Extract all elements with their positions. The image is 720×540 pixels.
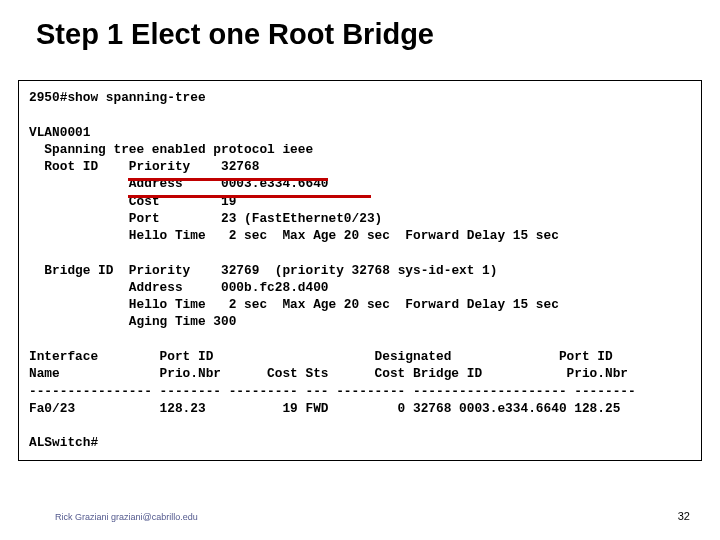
red-underline-icon: [128, 178, 328, 181]
bridge-priority-line: Bridge ID Priority 32769 (priority 32768…: [29, 262, 691, 279]
footer-author: Rick Graziani graziani@cabrillo.edu: [55, 512, 198, 522]
root-priority-line: Root ID Priority 32768: [29, 158, 691, 175]
blank-line: [29, 331, 691, 348]
blank-line: [29, 244, 691, 261]
slide: Step 1 Elect one Root Bridge 2950#show s…: [0, 0, 720, 540]
cli-command: 2950#show spanning-tree: [29, 89, 691, 106]
root-hello-line: Hello Time 2 sec Max Age 20 sec Forward …: [29, 227, 691, 244]
table-separator: ---------------- -------- --------- --- …: [29, 383, 691, 400]
slide-title: Step 1 Elect one Root Bridge: [36, 18, 434, 51]
terminal-output: 2950#show spanning-tree VLAN0001 Spannin…: [18, 80, 702, 461]
sp-line: Spanning tree enabled protocol ieee: [29, 141, 691, 158]
table-header-2: Name Prio.Nbr Cost Sts Cost Bridge ID Pr…: [29, 365, 691, 382]
page-number: 32: [678, 510, 690, 522]
table-header-1: Interface Port ID Designated Port ID: [29, 348, 691, 365]
bridge-hello-line: Hello Time 2 sec Max Age 20 sec Forward …: [29, 296, 691, 313]
blank-line: [29, 106, 691, 123]
blank-line: [29, 417, 691, 434]
bridge-address-line: Address 000b.fc28.d400: [29, 279, 691, 296]
root-port-line: Port 23 (FastEthernet0/23): [29, 210, 691, 227]
prompt: ALSwitch#: [29, 434, 691, 451]
bridge-aging-line: Aging Time 300: [29, 313, 691, 330]
red-underline-icon: [128, 195, 371, 198]
table-row: Fa0/23 128.23 19 FWD 0 32768 0003.e334.6…: [29, 400, 691, 417]
vlan-line: VLAN0001: [29, 124, 691, 141]
